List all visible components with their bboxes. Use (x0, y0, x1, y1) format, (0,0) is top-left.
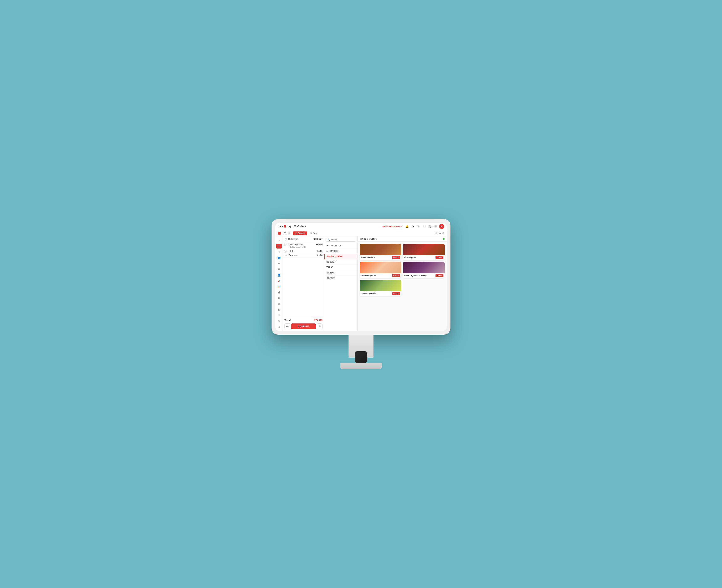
product-card-mixed-beef[interactable]: Mixed Beef Grill €60.00 (360, 244, 401, 260)
search-input-wrapper: 🔍 (326, 238, 356, 241)
order-item[interactable]: x1 1906 €6.00 (283, 249, 324, 253)
item-qty: x1 (284, 244, 289, 246)
user-avatar[interactable]: AL (439, 224, 444, 229)
restaurant-chevron-icon: ▾ (401, 225, 402, 228)
restaurant-name[interactable]: alex's restaurant ▾ (382, 225, 402, 228)
kiosk-device: pick X pay ☰ Orders alex's restaurant ▾ (272, 219, 450, 369)
floor-view-btn[interactable]: ⊞ Floor (309, 231, 319, 235)
order-item[interactable]: x1 Mixed Beef Grill €60.00 • Grilled Veg… (283, 243, 324, 249)
logo-icon: X (284, 225, 286, 228)
product-card-fillet-mignon[interactable]: Fillet Mignon €28.50 (403, 244, 445, 260)
item-name: 1906 (289, 250, 317, 252)
products-panel: MAIN COURSE Mixed Beef Grill €60.00 (358, 236, 447, 331)
product-image (403, 262, 445, 273)
sidenav-reports[interactable]: 📊 (276, 284, 282, 289)
qr-code-button[interactable]: ⊡ (317, 323, 322, 329)
logo-text-post: pay (287, 225, 291, 228)
product-card-swordfish[interactable]: Grilled Swordfish €18.00 (360, 280, 401, 296)
floor-icon: ⊞ (310, 232, 312, 234)
order-type-label: Order type: (288, 238, 313, 240)
refresh-icon[interactable]: ↻ (417, 224, 421, 229)
sidenav-grid[interactable]: ⊞ (276, 250, 282, 254)
sidenav-sync[interactable]: ↻ (276, 301, 282, 306)
product-name: Grilled Swordfish (361, 293, 392, 295)
bundles-icon: ≡ (326, 250, 328, 252)
order-type-selector[interactable]: Cashier ▾ (313, 238, 322, 240)
order-header: 🛒 Order type: Cashier ▾ (283, 236, 324, 242)
product-info: Fillet Mignon €28.50 (403, 255, 445, 260)
sidenav-promotions[interactable]: 📢 (276, 278, 282, 283)
category-label: DRINKS (326, 272, 335, 274)
product-price: €22.50 (436, 274, 443, 277)
stand-scanner (355, 351, 367, 363)
viewbar-settings-icon[interactable]: ⚙ (442, 232, 444, 235)
viewbar-icons: 👁 ●● ⚙ (435, 232, 444, 235)
sidenav-edit[interactable]: ✎ (276, 319, 282, 324)
category-dessert[interactable]: DESSERT (324, 259, 358, 265)
device-shell: pick X pay ☰ Orders alex's restaurant ▾ (272, 219, 450, 335)
category-bundles[interactable]: ≡ BUNDLES (324, 249, 358, 254)
item-price: €6.00 (317, 250, 322, 252)
sidenav-users[interactable]: 👤 (276, 273, 282, 277)
product-card-pizza-margherita[interactable]: Pizza Margherita €16.00 (360, 262, 401, 278)
user-text: ale (434, 225, 437, 228)
product-image (403, 244, 445, 255)
category-main-course[interactable]: MAIN COURSE (324, 254, 358, 259)
sidenav-tables[interactable]: 👥 (276, 255, 282, 260)
item-name: Mixed Beef Grill (289, 244, 316, 246)
power-icon[interactable]: ⏻ (428, 224, 432, 229)
eye-icon[interactable]: 👁 (435, 232, 437, 235)
product-info: Grilled Swordfish €18.00 (360, 291, 401, 296)
product-image (360, 244, 401, 255)
sidenav: ⌂ ☰ ⊞ 👥 ⊓ Tl 👤 📢 📊 🖨 ⚙ ↻ 🖥 ⚙ (275, 236, 283, 331)
cashier-view-btn[interactable]: 🛒 Cashier (293, 231, 307, 235)
product-price: €28.50 (436, 256, 443, 259)
item-price: €60.00 (316, 244, 322, 246)
category-label: COFFEE (326, 277, 335, 279)
sidenav-settings[interactable]: ⚙ (276, 313, 282, 318)
topbar-icons: 🔔 ⚙ ↻ ⠿ ⏻ ale AL (405, 224, 444, 229)
menu-panel: 🔍 ★ FAVORITES ≡ BUNDLES (324, 236, 358, 331)
product-card-ribeye[interactable]: Fresh Argentinian Ribeye €22.50 (403, 262, 445, 278)
sidenav-print[interactable]: 🖨 (276, 290, 282, 295)
toggle-switch[interactable]: ●● (439, 232, 441, 234)
item-name: Expresso (289, 254, 317, 256)
item-price: €1.80 (317, 254, 322, 256)
sidenav-display[interactable]: 🖥 (276, 308, 282, 312)
order-total-row: Total €72.80 (284, 318, 322, 322)
confirm-button[interactable]: CONFIRM (291, 323, 316, 329)
product-price: €16.00 (392, 274, 400, 277)
category-drinks[interactable]: DRINKS (324, 270, 358, 276)
sidenav-printer[interactable]: 🖨 (276, 325, 282, 329)
category-label: MAIN COURSE (327, 255, 342, 258)
more-options-button[interactable]: ••• (284, 323, 290, 329)
logo-text-pre: pick (278, 225, 283, 228)
settings-icon[interactable]: ⚙ (411, 224, 415, 229)
product-name: Fillet Mignon (404, 256, 436, 259)
products-header: MAIN COURSE (358, 236, 447, 241)
page-title: ☰ Orders (294, 225, 306, 228)
sidenav-text[interactable]: Tl (276, 267, 282, 272)
product-image (360, 262, 401, 273)
menu-search-area: 🔍 (324, 236, 358, 243)
section-title: MAIN COURSE (360, 238, 377, 240)
grid-icon[interactable]: ⠿ (422, 224, 427, 229)
order-footer: Total €72.80 ••• CONFIRM ⊡ (283, 317, 324, 331)
category-label: BUNDLES (329, 250, 339, 252)
category-tapas[interactable]: TAPAS (324, 265, 358, 270)
sidenav-floor[interactable]: ⊓ (276, 261, 282, 266)
order-item-row: x1 Mixed Beef Grill €60.00 (284, 244, 322, 246)
sidenav-integrations[interactable]: ⚙ (276, 296, 282, 300)
floor-label: Floor (313, 232, 317, 234)
device-screen: pick X pay ☰ Orders alex's restaurant ▾ (275, 223, 447, 331)
category-favorites[interactable]: ★ FAVORITES (324, 243, 358, 249)
order-panel: 🛒 Order type: Cashier ▾ x1 (283, 236, 324, 331)
sidenav-home[interactable]: ⌂ (276, 238, 282, 243)
search-input[interactable] (331, 238, 354, 241)
order-item[interactable]: x1 Expresso €1.80 (283, 253, 324, 257)
sidenav-orders[interactable]: ☰ (276, 244, 282, 249)
category-coffee[interactable]: COFFEE (324, 276, 358, 281)
bell-icon[interactable]: 🔔 (405, 224, 409, 229)
status-indicator (443, 238, 445, 240)
list-view-btn[interactable]: ☰ List (282, 231, 292, 235)
